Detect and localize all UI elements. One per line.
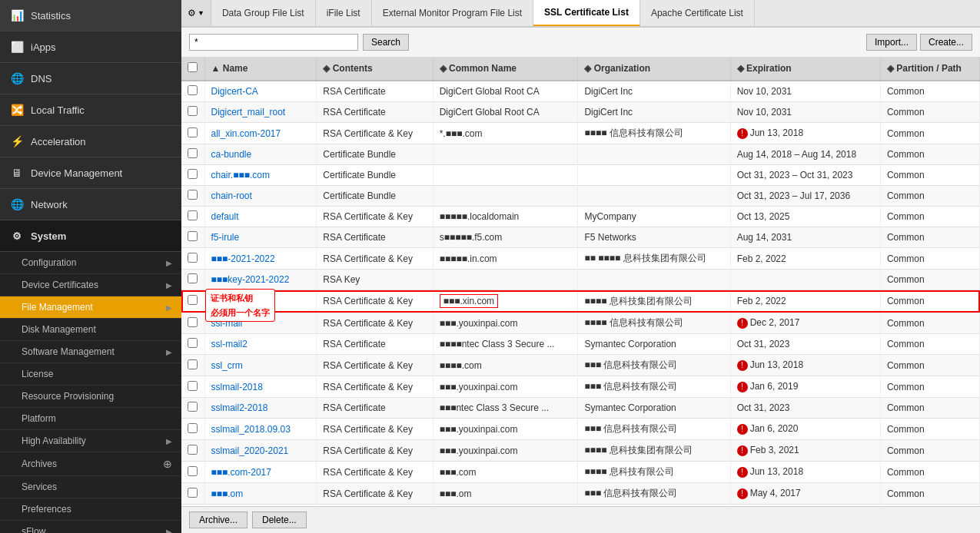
name-link[interactable]: sslmail_2020-2021 xyxy=(211,445,289,456)
sidebar-item-system[interactable]: ⚙System xyxy=(0,220,181,252)
col-organization[interactable]: ◈ Organization xyxy=(578,57,730,81)
row-checkbox-cell[interactable] xyxy=(181,290,204,313)
sidebar-item-sflow[interactable]: sFlow▶ xyxy=(0,521,181,533)
sidebar-item-preferences[interactable]: Preferences xyxy=(0,498,181,521)
tab-apache-certificate-list[interactable]: Apache Certificate List xyxy=(640,0,755,26)
row-checkbox-cell[interactable] xyxy=(181,81,204,102)
tab-external-monitor[interactable]: External Monitor Program File List xyxy=(372,0,533,26)
row-checkbox[interactable] xyxy=(188,488,198,498)
name-link[interactable]: chain-root xyxy=(211,190,252,201)
row-checkbox[interactable] xyxy=(188,359,198,369)
row-checkbox-cell[interactable] xyxy=(181,248,204,270)
search-button[interactable]: Search xyxy=(363,34,409,51)
select-all-header[interactable] xyxy=(181,57,204,81)
row-checkbox-cell[interactable] xyxy=(181,483,204,505)
tab-data-group-file-list[interactable]: Data Group File List xyxy=(211,0,316,26)
name-link[interactable]: sslmail2-2018 xyxy=(211,402,268,413)
row-checkbox[interactable] xyxy=(188,338,198,348)
sidebar-item-iapps[interactable]: ⬜iApps xyxy=(0,31,181,63)
row-checkbox-cell[interactable] xyxy=(181,376,204,398)
sidebar-item-archives[interactable]: Archives⊕ xyxy=(0,452,181,476)
name-link[interactable]: sslmail-2018 xyxy=(211,382,263,392)
col-common-name[interactable]: ◈ Common Name xyxy=(433,57,578,81)
row-checkbox[interactable] xyxy=(188,85,198,95)
name-link[interactable]: chair.■■■.com xyxy=(211,170,270,180)
name-link[interactable]: ■■■.com-2017 xyxy=(211,467,271,478)
select-all-checkbox[interactable] xyxy=(188,62,198,72)
sidebar-item-file-management[interactable]: File Management▶ xyxy=(0,296,181,319)
row-checkbox[interactable] xyxy=(188,169,198,179)
row-checkbox-cell[interactable] xyxy=(181,398,204,419)
gear-button[interactable]: ⚙ ▼ xyxy=(181,0,211,26)
col-contents[interactable]: ◈ Contents xyxy=(317,57,433,81)
col-partition[interactable]: ◈ Partition / Path xyxy=(880,57,979,81)
row-checkbox-cell[interactable] xyxy=(181,355,204,376)
row-checkbox-cell[interactable] xyxy=(181,186,204,207)
row-checkbox[interactable] xyxy=(188,317,198,327)
col-name[interactable]: ▲ Name xyxy=(204,57,317,81)
sidebar-item-software-management[interactable]: Software Management▶ xyxy=(0,341,181,363)
sidebar-item-platform[interactable]: Platform xyxy=(0,408,181,430)
sidebar-item-configuration[interactable]: Configuration▶ xyxy=(0,252,181,274)
row-checkbox-cell[interactable] xyxy=(181,313,204,334)
row-checkbox[interactable] xyxy=(188,127,198,137)
row-checkbox[interactable] xyxy=(188,106,198,116)
name-link[interactable]: f5-irule xyxy=(211,232,240,243)
row-checkbox-cell[interactable] xyxy=(181,144,204,165)
tab-ssl-certificate-list[interactable]: SSL Certificate List xyxy=(533,0,640,26)
row-checkbox[interactable] xyxy=(188,423,198,433)
sidebar-item-license[interactable]: License xyxy=(0,363,181,386)
row-checkbox[interactable] xyxy=(188,402,198,412)
sidebar-item-device-management[interactable]: 🖥Device Management xyxy=(0,157,181,189)
row-checkbox-cell[interactable] xyxy=(181,270,204,290)
row-checkbox-cell[interactable] xyxy=(181,123,204,144)
sidebar-item-dns[interactable]: 🌐DNS xyxy=(0,63,181,94)
row-checkbox[interactable] xyxy=(188,190,198,200)
sidebar-item-local-traffic[interactable]: 🔀Local Traffic xyxy=(0,94,181,126)
row-checkbox[interactable] xyxy=(188,295,198,305)
name-link[interactable]: Digicert_mail_root xyxy=(211,107,286,118)
sidebar-item-high-availability[interactable]: High Availability▶ xyxy=(0,430,181,452)
row-checkbox-cell[interactable] xyxy=(181,440,204,462)
import-button[interactable]: Import... xyxy=(866,34,917,51)
name-link[interactable]: Digicert-CA xyxy=(211,86,258,97)
sidebar-item-device-certificates[interactable]: Device Certificates▶ xyxy=(0,274,181,296)
col-expiration[interactable]: ◈ Expiration xyxy=(730,57,880,81)
row-checkbox[interactable] xyxy=(188,148,198,158)
row-checkbox-cell[interactable] xyxy=(181,419,204,440)
search-input[interactable]: * xyxy=(189,34,358,51)
name-link[interactable]: ssl-mail2 xyxy=(211,339,247,349)
row-checkbox[interactable] xyxy=(188,445,198,455)
sidebar-item-network[interactable]: 🌐Network xyxy=(0,189,181,220)
sidebar-item-statistics[interactable]: 📊Statistics xyxy=(0,0,181,31)
name-link[interactable]: ■■■-2021-2022 xyxy=(211,253,275,264)
sidebar-item-acceleration[interactable]: ⚡Acceleration xyxy=(0,126,181,157)
name-link[interactable]: all_xin.com-2017 xyxy=(211,128,281,139)
name-link[interactable]: ca-bundle xyxy=(211,149,252,160)
row-checkbox-cell[interactable] xyxy=(181,462,204,483)
row-checkbox[interactable] xyxy=(188,231,198,241)
name-link[interactable]: default xyxy=(211,211,239,222)
sidebar-item-disk-management[interactable]: Disk Management xyxy=(0,319,181,341)
row-checkbox-cell[interactable] xyxy=(181,165,204,186)
create-button[interactable]: Create... xyxy=(920,34,972,51)
row-checkbox[interactable] xyxy=(188,253,198,263)
row-checkbox[interactable] xyxy=(188,273,198,283)
row-checkbox-cell[interactable] xyxy=(181,227,204,248)
row-checkbox-cell[interactable] xyxy=(181,102,204,123)
name-link[interactable]: ssl_crm xyxy=(211,360,243,371)
row-checkbox[interactable] xyxy=(188,466,198,476)
row-checkbox-cell[interactable] xyxy=(181,334,204,355)
archive-button[interactable]: Archive... xyxy=(189,511,247,528)
row-checkbox-cell[interactable] xyxy=(181,207,204,227)
sidebar-item-resource-provisioning[interactable]: Resource Provisioning xyxy=(0,386,181,408)
delete-button[interactable]: Delete... xyxy=(252,511,307,528)
row-checkbox[interactable] xyxy=(188,210,198,220)
tab-ifile-list[interactable]: iFile List xyxy=(316,0,372,26)
plus-icon[interactable]: ⊕ xyxy=(163,458,172,470)
sidebar-item-services[interactable]: Services xyxy=(0,476,181,498)
row-checkbox[interactable] xyxy=(188,381,198,391)
name-link[interactable]: ■■■key-2021-2022 xyxy=(211,274,290,285)
name-link[interactable]: ■■■.om xyxy=(211,488,244,499)
name-link[interactable]: sslmail_2018.09.03 xyxy=(211,424,291,435)
